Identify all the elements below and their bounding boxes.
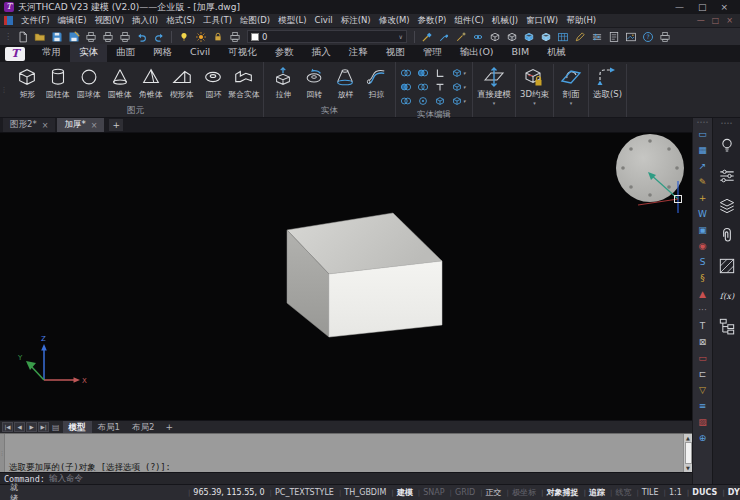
otrack-toggle[interactable]: 追踪 xyxy=(580,487,607,498)
drawing-tab[interactable]: 图形2* × xyxy=(3,118,55,132)
grid-toggle[interactable]: GRID xyxy=(446,488,477,497)
spring-icon[interactable]: § xyxy=(695,271,710,285)
match-properties-icon[interactable] xyxy=(419,29,435,44)
layer-plot-icon[interactable] xyxy=(227,29,243,44)
ribbon-tab[interactable]: 插入 xyxy=(303,44,340,62)
layout-tab[interactable]: 模型 xyxy=(63,421,92,433)
menu-item[interactable]: 窗口(W) xyxy=(522,15,562,27)
sun-icon[interactable] xyxy=(193,29,209,44)
menu-item[interactable]: 插入(I) xyxy=(128,15,162,27)
doc-restore-button[interactable]: □ xyxy=(712,16,720,25)
strip-separator[interactable]: ··· xyxy=(695,303,710,317)
layout-nav-button[interactable]: |◀ xyxy=(2,422,13,432)
stack-icon[interactable]: ≡ xyxy=(695,399,710,413)
thicken-icon[interactable] xyxy=(434,94,451,108)
toolbar-grip[interactable]: ⋮ xyxy=(4,32,12,41)
ribbon-tool[interactable]: 圆锥体 xyxy=(105,64,135,101)
filter-icon[interactable]: ▽ xyxy=(695,383,710,397)
ribbon-tool[interactable]: 回转 xyxy=(299,64,329,101)
ribbon-tool[interactable]: 拉伸 xyxy=(268,64,298,101)
ortho-toggle[interactable]: 正交 xyxy=(476,487,502,498)
navigation-ball[interactable] xyxy=(616,134,684,202)
add-layout-button[interactable]: + xyxy=(161,422,177,432)
layers-icon[interactable] xyxy=(717,196,737,216)
redline-icon[interactable]: ▭ xyxy=(695,351,710,365)
section-button[interactable]: 剖面 ▾ xyxy=(554,64,589,117)
close-icon[interactable]: × xyxy=(42,121,49,130)
cube-option2-icon[interactable]: ▾ xyxy=(451,80,468,94)
ribbon-tab[interactable]: 曲面 xyxy=(107,44,144,62)
strip-grip[interactable]: •••• xyxy=(721,121,733,126)
new-file-icon[interactable] xyxy=(15,29,31,44)
sheet-icon[interactable] xyxy=(606,29,622,44)
scroll-up-icon[interactable]: ▲ xyxy=(686,435,690,441)
structure-tree-icon[interactable] xyxy=(717,316,737,336)
menu-item[interactable]: 视图(V) xyxy=(91,15,128,27)
constraint-3d-button[interactable]: 3D约束 ▾ xyxy=(516,64,554,117)
layout-tab[interactable]: 布局2 xyxy=(126,421,160,433)
scroll-down-icon[interactable]: ▼ xyxy=(686,465,690,471)
measure-icon[interactable]: + xyxy=(695,191,710,205)
cube-option-icon[interactable]: ▾ xyxy=(451,66,468,80)
ribbon-tool[interactable]: 圆柱体 xyxy=(43,64,73,101)
thcad-brand-icon[interactable]: T xyxy=(5,47,25,61)
publish-icon[interactable] xyxy=(117,29,133,44)
intersect-icon[interactable] xyxy=(400,80,417,94)
ribbon-tool[interactable]: 扫掠 xyxy=(361,64,391,101)
xclip-icon[interactable]: ⊠ xyxy=(695,335,710,349)
adjust-sliders-icon[interactable] xyxy=(717,166,737,186)
layout-nav-button[interactable]: ▶ xyxy=(26,422,37,432)
menu-item[interactable]: 帮助(H) xyxy=(562,15,600,27)
ribbon-tab[interactable]: BIM xyxy=(503,44,539,62)
dyn-toggle[interactable]: DYN xyxy=(718,488,740,497)
ribbon-tool[interactable]: 放样 xyxy=(330,64,360,101)
redo-icon[interactable] xyxy=(151,29,167,44)
table-icon[interactable] xyxy=(555,29,571,44)
menu-item[interactable]: 工具(T) xyxy=(199,15,236,27)
help-icon[interactable] xyxy=(640,29,656,44)
polar-toggle[interactable]: 极坐标 xyxy=(503,487,537,498)
cursor-coordinates[interactable]: 965.39, 115.55, 0 xyxy=(184,488,266,497)
subtract-icon[interactable] xyxy=(417,66,434,80)
model-viewport[interactable]: Z X Y xyxy=(0,133,692,420)
spline-icon[interactable]: S xyxy=(695,255,710,269)
plot-icon[interactable] xyxy=(100,29,116,44)
doc-minimize-button[interactable]: — xyxy=(697,16,705,25)
flag-icon[interactable]: ▨ xyxy=(695,415,710,429)
sphere-add-icon[interactable]: ⊕ xyxy=(695,431,710,445)
menu-item[interactable]: 修改(M) xyxy=(375,15,414,27)
slice-icon[interactable] xyxy=(400,94,417,108)
cube-option3-icon[interactable]: ▾ xyxy=(451,94,468,108)
bracket-icon[interactable]: ⊏ xyxy=(695,367,710,381)
drawing-tab[interactable]: 加厚* × xyxy=(57,118,104,132)
shell-icon[interactable] xyxy=(417,94,434,108)
layout-nav-button[interactable]: ▶| xyxy=(38,422,49,432)
ribbon-tool[interactable]: 矩形 xyxy=(12,64,42,101)
maximize-button[interactable]: □ xyxy=(698,2,707,12)
viewport-config-icon[interactable]: ▭ xyxy=(695,127,710,141)
menu-item[interactable]: 格式(S) xyxy=(162,15,199,27)
osnap-toggle[interactable]: 对象捕捉 xyxy=(537,487,580,498)
ribbon-tab[interactable]: 机械 xyxy=(538,44,575,62)
properties-icon[interactable] xyxy=(589,29,605,44)
select-button[interactable]: 选取(S) xyxy=(589,64,627,117)
ducs-toggle[interactable]: DUCS xyxy=(683,488,718,497)
save-as-icon[interactable] xyxy=(66,29,82,44)
ribbon-tab[interactable]: 网格 xyxy=(144,44,181,62)
workspace-modeling[interactable]: 建模 xyxy=(387,487,414,498)
layer-bulb-icon[interactable] xyxy=(176,29,192,44)
ribbon-tab[interactable]: 注释 xyxy=(340,44,377,62)
ribbon-tab[interactable]: 输出(O) xyxy=(451,44,503,62)
ribbon-tool[interactable]: 圆环 xyxy=(198,64,228,101)
ribbon-tab[interactable]: 视图 xyxy=(377,44,414,62)
menu-item[interactable]: 模型(L) xyxy=(274,15,310,27)
visual-style-wireframe-icon[interactable] xyxy=(487,29,503,44)
pencil-icon[interactable] xyxy=(572,29,588,44)
minimize-button[interactable]: — xyxy=(675,2,684,12)
interfere-icon[interactable] xyxy=(417,80,434,94)
image-icon[interactable] xyxy=(623,29,639,44)
ribbon-tool[interactable]: 圆球体 xyxy=(74,64,104,101)
direct-modeling-button[interactable]: 直接建模 ▾ xyxy=(473,64,516,117)
command-scrollbar[interactable]: ▲ ▼ xyxy=(683,434,692,472)
menu-item[interactable]: 参数(P) xyxy=(414,15,451,27)
